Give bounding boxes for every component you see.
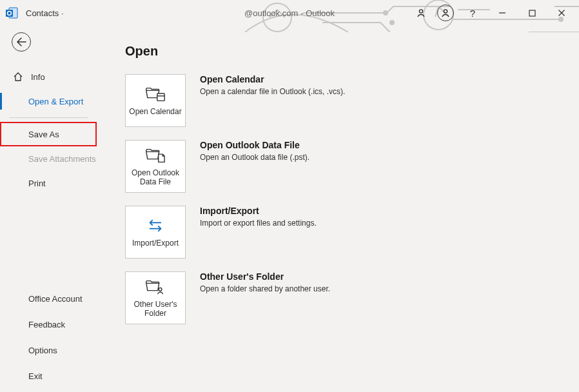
- option-desc: Open a calendar file in Outlook (.ics, .…: [200, 87, 345, 96]
- calendar-folder-icon: [145, 85, 166, 103]
- sidebar-item-label: Feedback: [28, 320, 65, 329]
- shared-folder-icon: [145, 278, 166, 296]
- option-row-import-export: Import/Export Import/Export Import or ex…: [125, 206, 564, 259]
- tile-label: Open Calendar: [129, 107, 181, 116]
- svg-rect-11: [529, 10, 535, 16]
- sidebar-item-label: Save Attachments: [28, 154, 96, 164]
- account-1-button[interactable]: [409, 3, 433, 23]
- sidebar-item-info[interactable]: Info: [0, 64, 97, 89]
- maximize-icon: [529, 10, 536, 17]
- tile-label: Other User's Folder: [128, 300, 182, 318]
- tile-label: Import/Export: [132, 239, 179, 248]
- data-file-folder-icon: [145, 146, 166, 164]
- window-title: @outlook.com - Outlook: [244, 8, 335, 18]
- sidebar-footer: Office Account Feedback Options Exit: [0, 286, 97, 389]
- sidebar-separator: [9, 117, 88, 118]
- sidebar-item-feedback[interactable]: Feedback: [0, 311, 97, 337]
- svg-point-16: [159, 288, 162, 291]
- option-row-open-data-file: Open Outlook Data File Open Outlook Data…: [125, 140, 564, 193]
- option-desc: Open a folder shared by another user.: [200, 284, 330, 293]
- tile-import-export[interactable]: Import/Export: [125, 206, 186, 259]
- titlebar-right: ?: [409, 3, 576, 23]
- sidebar-item-label: Exit: [28, 371, 43, 381]
- sidebar-item-save-attachments: Save Attachments: [0, 146, 97, 171]
- sidebar-item-save-as[interactable]: Save As: [0, 122, 97, 146]
- tile-label: Open Outlook Data File: [128, 168, 182, 187]
- option-title: Open Calendar: [200, 74, 345, 84]
- help-button[interactable]: ?: [458, 3, 487, 23]
- option-row-open-calendar: Open Calendar Open Calendar Open a calen…: [125, 74, 564, 127]
- home-icon: [12, 70, 25, 83]
- minimize-icon: [498, 9, 506, 17]
- svg-point-9: [444, 10, 447, 13]
- sidebar-item-open-export[interactable]: Open & Export: [0, 89, 97, 113]
- sidebar-item-label: Office Account: [28, 294, 83, 304]
- sidebar-item-options[interactable]: Options: [0, 337, 97, 363]
- maximize-button[interactable]: [517, 3, 547, 23]
- backstage-sidebar: Info Open & Export Save As Save Attachme…: [0, 26, 97, 392]
- close-button[interactable]: [547, 3, 576, 23]
- area-label: Contacts ·: [26, 8, 64, 18]
- option-desc: Import or export files and settings.: [200, 219, 317, 228]
- help-icon: ?: [470, 8, 475, 19]
- sidebar-item-print[interactable]: Print: [0, 171, 97, 195]
- app-name: - Outlook: [300, 8, 335, 18]
- arrow-left-icon: [16, 37, 26, 46]
- sidebar-item-label: Print: [28, 179, 46, 188]
- svg-rect-6: [6, 10, 13, 17]
- option-row-other-users-folder: Other User's Folder Other User's Folder …: [125, 271, 564, 324]
- content-pane: Open Open Calendar Open Calendar Open a …: [97, 26, 579, 392]
- import-export-icon: [145, 217, 166, 235]
- tile-open-calendar[interactable]: Open Calendar: [125, 74, 186, 127]
- sidebar-item-label: Open & Export: [28, 97, 83, 106]
- option-desc: Open an Outlook data file (.pst).: [200, 153, 309, 162]
- sidebar-item-exit[interactable]: Exit: [0, 363, 97, 389]
- account-suffix: @outlook.com: [244, 8, 298, 18]
- svg-rect-14: [157, 93, 164, 101]
- sidebar-item-label: Info: [31, 72, 45, 82]
- page-title: Open: [125, 44, 564, 59]
- close-icon: [558, 9, 565, 17]
- option-title: Other User's Folder: [200, 271, 330, 282]
- person-icon: [437, 5, 454, 21]
- account-2-button[interactable]: [433, 3, 458, 23]
- sidebar-item-office-account[interactable]: Office Account: [0, 286, 97, 311]
- minimize-button[interactable]: [487, 3, 517, 23]
- option-title: Import/Export: [200, 206, 317, 216]
- option-title: Open Outlook Data File: [200, 140, 309, 150]
- tile-other-users-folder[interactable]: Other User's Folder: [125, 271, 186, 324]
- person-icon: [413, 5, 429, 21]
- svg-point-8: [419, 10, 422, 13]
- sidebar-item-label: Options: [28, 346, 57, 355]
- titlebar: Contacts · @outlook.com - Outlook ?: [0, 0, 579, 26]
- outlook-app-icon: [5, 6, 19, 20]
- sidebar-item-label: Save As: [28, 130, 59, 139]
- tile-open-data-file[interactable]: Open Outlook Data File: [125, 140, 186, 193]
- back-button[interactable]: [12, 32, 31, 52]
